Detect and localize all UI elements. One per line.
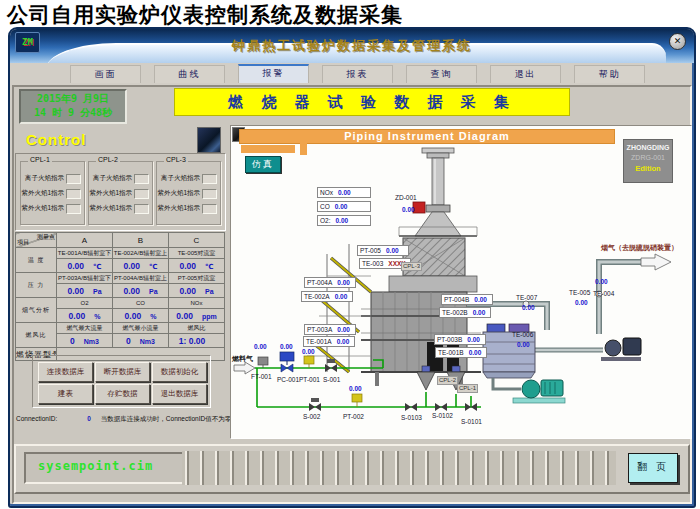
init-data-button[interactable]: 数据初始化 <box>152 362 207 382</box>
cell-value: 0.00℃ <box>169 259 225 273</box>
tab-report[interactable]: 报表 <box>322 65 393 83</box>
tab-curve[interactable]: 曲线 <box>154 65 225 83</box>
control-label: Control <box>26 131 86 148</box>
co-readout: CO0.00 <box>317 201 371 212</box>
connection-status: ConnectionID:0当数据库连接成功时，ConnectionID值不为零… <box>16 415 256 424</box>
group-cpl-3: CPL-3 离子火焰指示 紫外火焰1指示 紫外火焰1指示 <box>156 161 221 225</box>
create-table-button[interactable]: 建表 <box>38 384 93 404</box>
window-title: 钟鼎热工试验炉数据采集及管理系统 <box>10 37 694 55</box>
tab-exit[interactable]: 退出 <box>490 65 561 83</box>
cell-value: 0Nm3 <box>113 334 169 348</box>
col-header: C <box>169 233 225 248</box>
cell-value: 0.00℃ <box>113 259 169 273</box>
orange-bar <box>241 145 295 153</box>
te-006-value: 0.00 <box>517 341 530 348</box>
pc-001-tag: PC-001 <box>277 376 299 383</box>
cell-tag: 燃气最小流量 <box>113 323 169 334</box>
o2-readout: O2:0.00 <box>317 215 371 226</box>
cell-value: 0.00ppm <box>169 309 225 323</box>
group-cpl-1: CPL-1 离子火焰指示 紫外火焰1指示 紫外火焰1指示 <box>20 161 85 225</box>
row-label: 燃风比 <box>16 323 57 348</box>
te-007-tag: TE-007 <box>516 294 537 301</box>
flame-indicator <box>202 189 217 199</box>
titlebar: ZM 钟鼎热工试验炉数据采集及管理系统 ✕ <box>10 29 694 63</box>
simulation-button[interactable]: 仿真 <box>245 156 281 173</box>
date-text: 2015年9 月9日 <box>21 92 125 106</box>
indicator-label: 紫外火焰1指示 <box>21 204 64 213</box>
chimney <box>415 148 461 236</box>
s-001-tag: S-001 <box>323 376 340 383</box>
tab-help[interactable]: 帮助 <box>574 65 645 83</box>
tab-screen[interactable]: 画面 <box>70 65 141 83</box>
circulation-pump <box>493 378 565 403</box>
cell-tag: PT-003A/B辐射室下 <box>57 273 113 284</box>
flame-indicator <box>66 189 81 199</box>
close-button[interactable]: ✕ <box>669 33 686 50</box>
row-label: 温 度 <box>16 248 57 273</box>
cpl-2-tag: CPL-2 <box>437 376 458 385</box>
te-006-tag: TE-006 <box>512 331 533 338</box>
tab-query[interactable]: 查询 <box>406 65 477 83</box>
cell-tag: TE-005对流室 <box>169 248 225 259</box>
s-0101-tag: S-0101 <box>461 418 482 425</box>
connect-db-button[interactable]: 连接数据库 <box>38 362 93 382</box>
te-004-tag: TE-004 <box>593 290 614 297</box>
connection-label: ConnectionID: <box>16 415 57 422</box>
cell-value: 0.00Pa <box>113 284 169 298</box>
exit-db-button[interactable]: 退出数据库 <box>152 384 207 404</box>
page-flip-button[interactable]: 翻 页 <box>628 453 678 483</box>
flame-indicator <box>134 204 149 214</box>
indicator-label: 紫外火焰1指示 <box>89 189 132 198</box>
close-icon: ✕ <box>674 36 682 46</box>
datetime-display: 2015年9 月9日 14 时 9 分48秒 <box>19 89 127 124</box>
pt-003b-readout: PT-003B0.00 <box>434 334 486 345</box>
s-0103-tag: S-0103 <box>401 414 422 421</box>
store-data-button[interactable]: 存贮数据 <box>95 384 150 404</box>
flame-indicator <box>66 174 81 184</box>
disconnect-db-button[interactable]: 断开数据库 <box>95 362 150 382</box>
flame-indicator <box>202 174 217 184</box>
te-002b-readout: TE-002B0.00 <box>439 307 491 318</box>
pc-001-value: 0.00 <box>280 343 293 350</box>
pt-002-value: 0.00 <box>349 385 362 392</box>
cell-tag: PT-005对流室 <box>169 273 225 284</box>
indicator-label: 离子火焰指示 <box>161 174 200 183</box>
page-title: 公司自用实验炉仪表控制系统及数据采集 <box>7 1 403 29</box>
cell-tag: NOx <box>169 298 225 309</box>
tab-alarm[interactable]: 报警 <box>238 64 309 83</box>
te-001b-readout: TE-001B0.00 <box>435 347 487 358</box>
flame-indicator-panel: CPL-1 离子火焰指示 紫外火焰1指示 紫外火焰1指示 CPL-2 离子火焰指… <box>15 153 226 231</box>
indicator-label: 紫外火焰1指示 <box>157 204 200 213</box>
pt-001-tag: PT-001 <box>299 376 320 383</box>
row-label: 烟气分析 <box>16 298 57 323</box>
indicator-label: 离子火焰指示 <box>25 174 64 183</box>
indicator-label: 紫外火焰1指示 <box>21 189 64 198</box>
cell-value: 0Nm3 <box>57 334 113 348</box>
s-002-tag: S-002 <box>303 413 320 420</box>
banner-title: 燃 烧 器 试 验 数 据 采 集 <box>174 88 570 116</box>
filename-display: sysempoint.cim <box>24 452 186 484</box>
te-007-value: 0.00 <box>522 304 535 311</box>
brand-box: ZHONGDING ZDRG-001 Edition <box>623 139 673 183</box>
te-002a-readout: TE-002A0.00 <box>301 291 353 302</box>
cell-value: 0.00Pa <box>57 284 113 298</box>
nox-readout: NOx0.00 <box>317 187 371 198</box>
measurement-table: 测量点 项目 A B C 温 度 TE-001A/B辐射室下 TE-002A/B… <box>15 232 225 361</box>
group-title: CPL-2 <box>96 156 120 163</box>
zd-001-value: 0.00 <box>402 206 415 213</box>
group-title: CPL-3 <box>164 156 188 163</box>
pt-004b-readout: PT-004B0.00 <box>441 294 493 305</box>
grip-ridges <box>182 451 616 485</box>
client-area: 2015年9 月9日 14 时 9 分48秒 燃 烧 器 试 验 数 据 采 集… <box>12 85 692 504</box>
cell-tag: PT-004A/B辐射室上 <box>113 273 169 284</box>
cell-value: 0.00Pa <box>169 284 225 298</box>
cell-value: 0.00℃ <box>57 259 113 273</box>
group-cpl-2: CPL-2 离子火焰指示 紫外火焰1指示 紫外火焰1指示 <box>88 161 153 225</box>
diagram-title: Piping Instrument Diagram <box>239 129 615 144</box>
cell-tag: TE-002A/B辐射室上 <box>113 248 169 259</box>
s-0102-tag: S-0102 <box>432 412 453 419</box>
orange-bar <box>300 143 307 155</box>
te-004-value: 0.00 <box>595 278 608 285</box>
flame-indicator <box>66 204 81 214</box>
database-button-panel: 连接数据库 断开数据库 数据初始化 建表 存贮数据 退出数据库 <box>32 355 211 408</box>
